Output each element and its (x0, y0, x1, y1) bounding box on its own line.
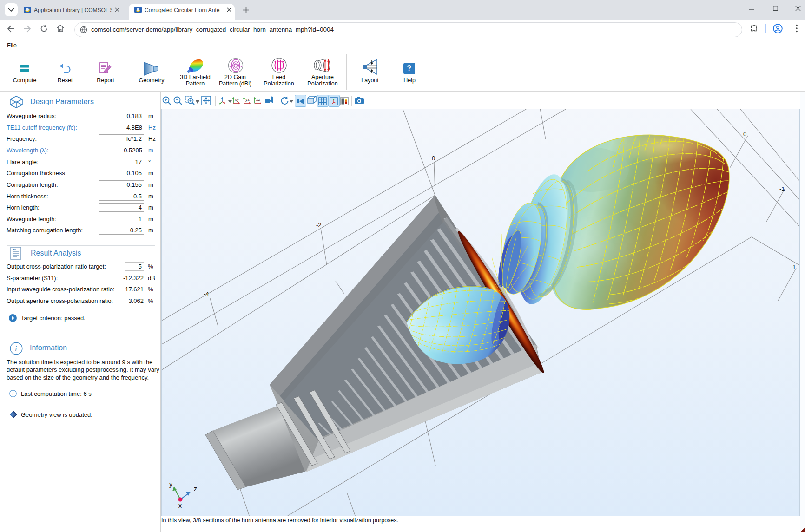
svg-text:i: i (15, 344, 17, 353)
svg-text:xy: xy (235, 97, 239, 102)
svg-text:-1: -1 (779, 185, 785, 192)
svg-text:yz: yz (245, 97, 250, 102)
svg-text:z: z (194, 485, 197, 493)
svg-text:1: 1 (792, 264, 796, 271)
svg-text:y: y (169, 480, 172, 488)
svg-text:0: 0 (432, 155, 435, 162)
svg-text:-2: -2 (316, 222, 322, 229)
svg-text:xz: xz (256, 97, 261, 102)
svg-text:-4: -4 (204, 290, 209, 297)
svg-text:i: i (12, 391, 13, 396)
svg-text:0: 0 (743, 131, 746, 138)
svg-text:x: x (178, 502, 182, 509)
